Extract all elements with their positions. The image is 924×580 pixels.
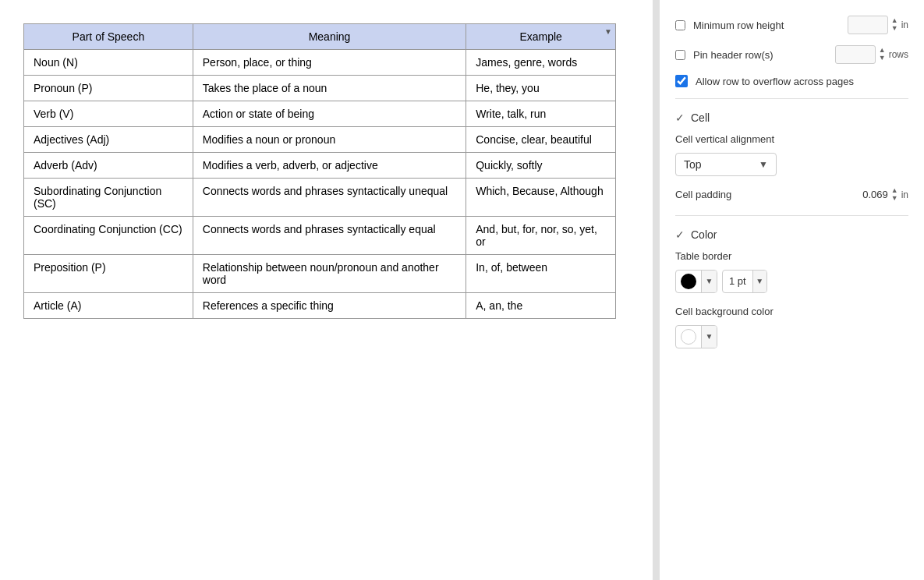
table-cell-pos: Preposition (P) bbox=[24, 255, 193, 293]
border-size-arrow-icon[interactable]: ▼ bbox=[752, 271, 766, 292]
border-color-swatch[interactable]: ▼ bbox=[675, 270, 717, 293]
border-color-row: ▼ 1 pt ▼ bbox=[675, 270, 908, 293]
min-row-height-unit: in bbox=[901, 19, 908, 30]
cell-padding-row: Cell padding 0.069 ▲ ▼ in bbox=[675, 187, 908, 203]
col-header-meaning: Meaning bbox=[193, 24, 466, 50]
color-section-title: Color bbox=[691, 228, 717, 241]
table-cell-pos: Noun (N) bbox=[24, 50, 193, 76]
cell-padding-label: Cell padding bbox=[675, 189, 731, 200]
parts-of-speech-table: Part of Speech Meaning Example ▼ Noun (N… bbox=[23, 23, 616, 319]
cell-padding-value: 0.069 bbox=[862, 189, 888, 200]
table-cell-example: Which, Because, Although bbox=[466, 179, 616, 217]
panel-divider bbox=[653, 0, 659, 580]
table-cell-example: Write, talk, run bbox=[466, 101, 616, 127]
black-color-icon bbox=[681, 274, 696, 289]
table-row: Pronoun (P) Takes the place of a noun He… bbox=[24, 76, 616, 101]
table-cell-pos: Coordinating Conjunction (CC) bbox=[24, 217, 193, 255]
chevron-down-icon-2: ✓ bbox=[675, 228, 685, 241]
min-row-height-row: Minimum row height ▲ ▼ in bbox=[675, 16, 908, 34]
color-section-header[interactable]: ✓ Color bbox=[675, 228, 908, 241]
cell-section-title: Cell bbox=[691, 111, 710, 124]
cell-bg-label: Cell background color bbox=[675, 306, 908, 317]
cell-alignment-dropdown[interactable]: Top ▼ bbox=[675, 153, 777, 176]
table-cell-pos: Adverb (Adv) bbox=[24, 153, 193, 179]
table-row: Coordinating Conjunction (CC) Connects w… bbox=[24, 217, 616, 255]
cell-alignment-label: Cell vertical alignment bbox=[675, 133, 908, 145]
table-cell-pos: Subordinating Conjunction (SC) bbox=[24, 179, 193, 217]
table-cell-meaning: Modifies a noun or pronoun bbox=[193, 127, 466, 153]
table-row: Noun (N) Person, place, or thing James, … bbox=[24, 50, 616, 76]
table-row: Verb (V) Action or state of being Write,… bbox=[24, 101, 616, 127]
border-size-value: 1 pt bbox=[723, 272, 752, 290]
table-cell-pos: Verb (V) bbox=[24, 101, 193, 127]
cell-padding-unit: in bbox=[901, 189, 908, 200]
table-cell-example: Quickly, softly bbox=[466, 153, 616, 179]
table-row: Article (A) References a specific thing … bbox=[24, 293, 616, 319]
spinner-down-icon[interactable]: ▼ bbox=[879, 55, 886, 62]
table-cell-meaning: Modifies a verb, adverb, or adjective bbox=[193, 153, 466, 179]
cell-alignment-value: Top bbox=[684, 158, 702, 171]
min-row-height-label: Minimum row height bbox=[693, 19, 840, 31]
pin-header-input[interactable] bbox=[835, 45, 876, 64]
col-header-example: Example ▼ bbox=[466, 24, 616, 50]
table-cell-example: A, an, the bbox=[466, 293, 616, 319]
allow-overflow-checkbox[interactable] bbox=[675, 75, 688, 87]
pin-header-row: Pin header row(s) ▲ ▼ rows bbox=[675, 45, 908, 64]
cell-bg-dropdown-icon[interactable]: ▼ bbox=[701, 326, 717, 348]
properties-panel: Minimum row height ▲ ▼ in Pin header row… bbox=[659, 0, 924, 580]
col-header-pos: Part of Speech bbox=[24, 24, 193, 50]
cell-bg-swatch[interactable]: ▼ bbox=[675, 325, 717, 348]
dropdown-arrow-icon: ▼ bbox=[759, 159, 768, 170]
table-cell-meaning: Connects words and phrases syntactically… bbox=[193, 217, 466, 255]
table-cell-meaning: Person, place, or thing bbox=[193, 50, 466, 76]
table-cell-pos: Adjectives (Adj) bbox=[24, 127, 193, 153]
table-cell-pos: Pronoun (P) bbox=[24, 76, 193, 101]
table-row: Adverb (Adv) Modifies a verb, adverb, or… bbox=[24, 153, 616, 179]
table-cell-example: He, they, you bbox=[466, 76, 616, 101]
table-border-label: Table border bbox=[675, 250, 908, 262]
table-row: Adjectives (Adj) Modifies a noun or pron… bbox=[24, 127, 616, 153]
allow-overflow-row: Allow row to overflow across pages bbox=[675, 75, 908, 87]
cell-bg-swatch-row: ▼ bbox=[675, 325, 908, 348]
spinner-down-icon[interactable]: ▼ bbox=[891, 25, 898, 33]
table-cell-example: Concise, clear, beautiful bbox=[466, 127, 616, 153]
cell-section-header[interactable]: ✓ Cell bbox=[675, 111, 908, 124]
min-row-height-spinner[interactable]: ▲ ▼ in bbox=[848, 16, 908, 34]
min-row-height-checkbox[interactable] bbox=[675, 20, 685, 30]
pin-header-unit: rows bbox=[889, 49, 908, 60]
chevron-down-icon: ✓ bbox=[675, 111, 685, 124]
table-cell-pos: Article (A) bbox=[24, 293, 193, 319]
table-cell-example: In, of, between bbox=[466, 255, 616, 293]
pin-header-label: Pin header row(s) bbox=[693, 49, 827, 61]
border-size-dropdown[interactable]: 1 pt ▼ bbox=[722, 270, 767, 293]
min-row-height-input[interactable] bbox=[848, 16, 888, 34]
border-color-dropdown-icon[interactable]: ▼ bbox=[701, 271, 717, 292]
section-divider-2 bbox=[675, 215, 908, 216]
table-cell-example: And, but, for, nor, so, yet, or bbox=[466, 217, 616, 255]
cell-bg-color-circle bbox=[676, 326, 701, 348]
pin-header-spinner[interactable]: ▲ ▼ rows bbox=[835, 45, 908, 64]
min-row-height-arrows[interactable]: ▲ ▼ bbox=[891, 17, 898, 33]
table-row: Subordinating Conjunction (SC) Connects … bbox=[24, 179, 616, 217]
table-cell-meaning: Relationship between noun/pronoun and an… bbox=[193, 255, 466, 293]
table-cell-meaning: Action or state of being bbox=[193, 101, 466, 127]
spinner-down-icon[interactable]: ▼ bbox=[891, 195, 898, 203]
table-cell-meaning: References a specific thing bbox=[193, 293, 466, 319]
border-color-circle bbox=[676, 271, 701, 292]
pin-header-checkbox[interactable] bbox=[675, 50, 685, 60]
table-cell-meaning: Takes the place of a noun bbox=[193, 76, 466, 101]
cell-padding-arrows[interactable]: ▲ ▼ bbox=[891, 187, 898, 203]
cell-padding-value-group: 0.069 ▲ ▼ in bbox=[862, 187, 908, 203]
table-dropdown-icon[interactable]: ▼ bbox=[604, 27, 612, 36]
white-color-icon bbox=[681, 329, 696, 345]
table-cell-meaning: Connects words and phrases syntactically… bbox=[193, 179, 466, 217]
table-row: Preposition (P) Relationship between nou… bbox=[24, 255, 616, 293]
allow-overflow-label: Allow row to overflow across pages bbox=[696, 76, 854, 87]
document-area: Part of Speech Meaning Example ▼ Noun (N… bbox=[0, 0, 653, 580]
section-divider bbox=[675, 98, 908, 99]
table-cell-example: James, genre, words bbox=[466, 50, 616, 76]
pin-header-arrows[interactable]: ▲ ▼ bbox=[879, 47, 886, 62]
